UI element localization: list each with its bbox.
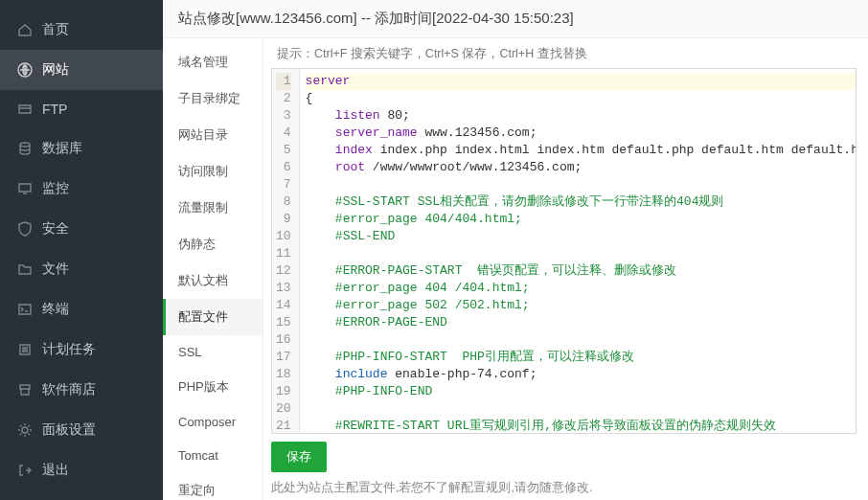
gutter-line: 10	[276, 228, 291, 245]
code-line[interactable]: root /www/wwwroot/www.123456.com;	[306, 159, 856, 176]
gutter-line: 13	[276, 280, 291, 297]
main-nav-label: 首页	[42, 21, 69, 38]
code-line[interactable]: #PHP-INFO-END	[306, 383, 856, 400]
code-line[interactable]: listen 80;	[306, 107, 856, 125]
gutter-line: 15	[276, 314, 291, 331]
main-nav-label: 软件商店	[42, 381, 96, 398]
site-sub-nav: 域名管理子目录绑定网站目录访问限制流量限制伪静态默认文档配置文件SSLPHP版本…	[163, 38, 263, 500]
gutter-line: 1	[276, 73, 291, 90]
gutter-line: 14	[276, 297, 291, 314]
code-line[interactable]: #PHP-INFO-START PHP引用配置，可以注释或修改	[306, 349, 856, 366]
sub-nav-item-10[interactable]: Composer	[163, 405, 263, 439]
code-line[interactable]	[306, 245, 856, 262]
main-nav-item-10[interactable]: 面板设置	[0, 410, 163, 450]
main-nav-item-11[interactable]: 退出	[0, 450, 163, 490]
code-line[interactable]: #error_page 502 /502.html;	[306, 297, 856, 314]
gutter-line: 17	[276, 349, 291, 366]
main-nav-item-9[interactable]: 软件商店	[0, 370, 163, 410]
main-nav-item-1[interactable]: 网站	[0, 50, 163, 90]
main-nav-label: FTP	[42, 102, 67, 117]
dialog: 站点修改[www.123456.com] -- 添加时间[2022-04-30 …	[163, 0, 868, 500]
sub-nav-item-1[interactable]: 子目录绑定	[163, 80, 263, 117]
main-nav-label: 计划任务	[42, 341, 96, 358]
store-icon	[17, 382, 33, 398]
main-nav-item-7[interactable]: 终端	[0, 289, 163, 330]
sub-nav-item-5[interactable]: 伪静态	[163, 226, 263, 262]
main-nav-label: 终端	[42, 301, 69, 318]
sub-nav-item-11[interactable]: Tomcat	[163, 439, 263, 472]
main-nav-item-8[interactable]: 计划任务	[0, 330, 163, 370]
code-line[interactable]	[306, 400, 856, 418]
gutter-line: 3	[276, 107, 291, 125]
save-button[interactable]: 保存	[271, 442, 327, 472]
main-nav-item-0[interactable]: 首页	[0, 10, 163, 50]
code-line[interactable]	[306, 331, 856, 349]
monitor-icon	[17, 181, 33, 196]
editor-hint: 提示：Ctrl+F 搜索关键字，Ctrl+S 保存，Ctrl+H 查找替换	[277, 46, 857, 62]
code-line[interactable]: #error_page 404/404.html;	[306, 211, 856, 228]
sub-nav-item-6[interactable]: 默认文档	[163, 262, 263, 299]
editor-code[interactable]: server{ listen 80; server_name www.12345…	[300, 69, 856, 433]
gutter-line: 20	[276, 400, 291, 418]
code-line[interactable]: index index.php index.html index.htm def…	[306, 142, 856, 159]
config-editor[interactable]: 12345678910111213141516171819202122 serv…	[271, 68, 857, 434]
sub-nav-item-0[interactable]: 域名管理	[163, 44, 263, 80]
dialog-body: 域名管理子目录绑定网站目录访问限制流量限制伪静态默认文档配置文件SSLPHP版本…	[163, 38, 868, 500]
main-nav-item-2[interactable]: FTP	[0, 90, 163, 128]
gutter-line: 9	[276, 211, 291, 228]
gutter-line: 16	[276, 331, 291, 349]
code-line[interactable]: #ERROR-PAGE-START 错误页配置，可以注释、删除或修改	[306, 262, 856, 280]
gutter-line: 12	[276, 262, 291, 280]
gutter-line: 6	[276, 159, 291, 176]
editor-gutter: 12345678910111213141516171819202122	[272, 69, 300, 433]
gutter-line: 7	[276, 176, 291, 193]
main-nav-label: 网站	[42, 61, 69, 79]
code-line[interactable]: #REWRITE-START URL重写规则引用,修改后将导致面板设置的伪静态规…	[306, 418, 856, 433]
sub-nav-item-8[interactable]: SSL	[163, 335, 263, 369]
main-nav-item-3[interactable]: 数据库	[0, 128, 163, 169]
gutter-line: 18	[276, 366, 291, 383]
main-nav-label: 数据库	[42, 140, 82, 157]
shield-icon	[17, 221, 33, 237]
code-line[interactable]: #SSL-END	[306, 228, 856, 245]
config-footer: 保存 此处为站点主配置文件,若您不了解配置规则,请勿随意修改.	[271, 434, 857, 496]
config-warning: 此处为站点主配置文件,若您不了解配置规则,请勿随意修改.	[271, 480, 857, 496]
code-line[interactable]: {	[306, 90, 856, 107]
gutter-line: 21	[276, 418, 291, 433]
sub-nav-item-3[interactable]: 访问限制	[163, 153, 263, 190]
editor-scroll[interactable]: 12345678910111213141516171819202122 serv…	[272, 69, 856, 433]
ftp-icon	[17, 102, 33, 117]
code-line[interactable]	[306, 176, 856, 193]
code-line[interactable]: #SSL-START SSL相关配置，请勿删除或修改下一行带注释的404规则	[306, 193, 856, 211]
gutter-line: 11	[276, 245, 291, 262]
main-nav-item-4[interactable]: 监控	[0, 169, 163, 209]
sub-nav-item-12[interactable]: 重定向	[163, 472, 263, 500]
sub-nav-item-4[interactable]: 流量限制	[163, 190, 263, 226]
code-line[interactable]: server	[306, 73, 856, 90]
main-nav-item-5[interactable]: 安全	[0, 209, 163, 249]
tasks-icon	[17, 342, 33, 357]
dialog-title: 站点修改[www.123456.com] -- 添加时间[2022-04-30 …	[163, 0, 868, 38]
code-line[interactable]: #error_page 404 /404.html;	[306, 280, 856, 297]
database-icon	[17, 141, 33, 156]
main-nav-label: 文件	[42, 261, 69, 278]
config-panel: 提示：Ctrl+F 搜索关键字，Ctrl+S 保存，Ctrl+H 查找替换 12…	[263, 38, 868, 500]
main-nav-label: 安全	[42, 220, 69, 238]
logout-icon	[17, 463, 33, 478]
main-nav-item-6[interactable]: 文件	[0, 249, 163, 289]
gutter-line: 2	[276, 90, 291, 107]
gutter-line: 5	[276, 142, 291, 159]
sub-nav-item-7[interactable]: 配置文件	[163, 299, 263, 335]
main-nav-label: 退出	[42, 462, 69, 479]
main-nav-label: 面板设置	[42, 421, 96, 439]
code-line[interactable]: include enable-php-74.conf;	[306, 366, 856, 383]
code-line[interactable]: #ERROR-PAGE-END	[306, 314, 856, 331]
home-icon	[17, 22, 33, 37]
sub-nav-item-9[interactable]: PHP版本	[163, 369, 263, 405]
settings-icon	[17, 422, 33, 438]
code-line[interactable]: server_name www.123456.com;	[306, 125, 856, 142]
folder-icon	[17, 261, 33, 277]
globe-icon	[17, 62, 33, 78]
sub-nav-item-2[interactable]: 网站目录	[163, 117, 263, 153]
terminal-icon	[17, 302, 33, 317]
